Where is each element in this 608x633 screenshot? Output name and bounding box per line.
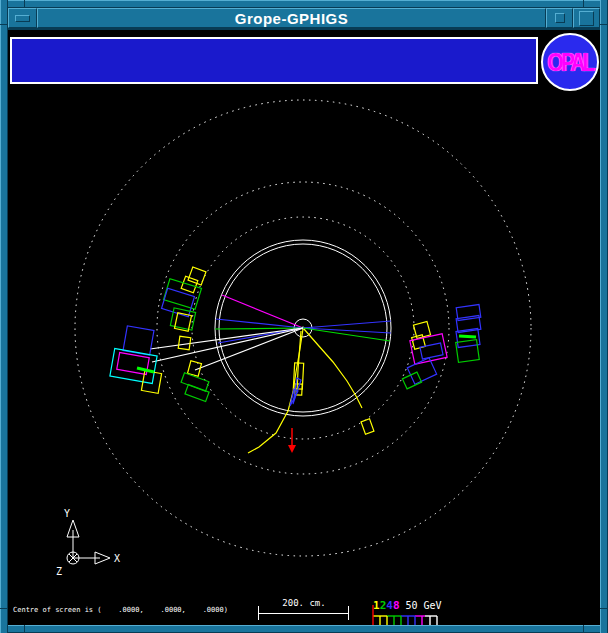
particle-track xyxy=(215,328,303,329)
maximize-icon xyxy=(579,11,594,26)
frame-notch xyxy=(24,0,25,8)
title-area[interactable]: Grope-GPHIGS xyxy=(37,8,546,28)
scale-bar-tick xyxy=(258,606,259,620)
calorimeter-box xyxy=(407,358,436,384)
energy-bar xyxy=(137,368,154,372)
particle-track xyxy=(150,328,303,349)
frame-notch xyxy=(600,608,608,609)
scale-bar-tick xyxy=(348,606,349,620)
minimize-button[interactable] xyxy=(546,8,573,28)
particle-track xyxy=(304,329,362,408)
scale-bar xyxy=(258,613,349,614)
frame-resize-right[interactable] xyxy=(600,0,608,633)
calorimeter-box xyxy=(185,385,209,402)
centre-of-screen-status: Centre of screen is ( .0000, .0000, .000… xyxy=(13,606,228,614)
grope-gphigs-window: Grope-GPHIGS Run:event 8208: 52554 Ctrk(… xyxy=(0,0,608,633)
calorimeter-box xyxy=(420,343,443,359)
x-axis-label: X xyxy=(114,553,120,564)
window-title: Grope-GPHIGS xyxy=(235,10,349,27)
particle-track xyxy=(222,295,303,328)
window-menu-icon xyxy=(15,15,30,22)
frame-notch xyxy=(583,625,584,633)
frame-notch xyxy=(600,24,608,25)
frame-notch xyxy=(583,0,584,8)
axis-gnomon xyxy=(67,520,110,564)
energy-scale-comb xyxy=(371,604,441,628)
title-bar[interactable]: Grope-GPHIGS xyxy=(8,8,600,30)
maximize-button[interactable] xyxy=(573,8,600,28)
calorimeter-box xyxy=(170,308,195,330)
frame-notch xyxy=(0,24,8,25)
event-display-canvas[interactable]: Y X Z xyxy=(8,30,600,625)
frame-notch xyxy=(24,625,25,633)
scale-bar-label: 200. cm. xyxy=(258,598,350,608)
energy-bar xyxy=(459,336,476,337)
frame-resize-top[interactable] xyxy=(0,0,608,8)
window-menu-button[interactable] xyxy=(8,8,37,28)
y-axis-label: Y xyxy=(64,508,70,519)
particle-track xyxy=(303,321,391,328)
direction-arrow-head xyxy=(288,445,296,453)
calorimeter-box xyxy=(178,336,191,349)
frame-resize-bottom[interactable] xyxy=(0,625,608,633)
particle-track xyxy=(216,319,303,328)
frame-notch xyxy=(0,608,8,609)
calorimeter-box xyxy=(361,419,374,434)
minimize-icon xyxy=(555,13,565,23)
frame-resize-left[interactable] xyxy=(0,0,8,633)
calorimeter-box xyxy=(456,340,480,363)
z-axis-label: Z xyxy=(56,566,62,577)
calorimeter-box xyxy=(402,372,421,389)
